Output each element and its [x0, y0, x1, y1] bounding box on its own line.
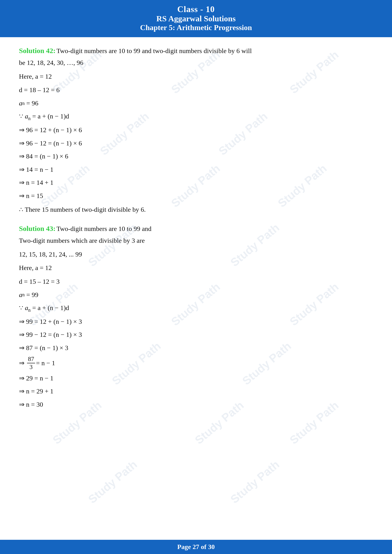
sol43-step2: ⇒ 99 − 12 = (n − 1) × 3: [19, 329, 373, 340]
sol42-an-a: a: [19, 97, 22, 109]
sol42-line3: d = 18 – 12 = 6: [19, 84, 373, 96]
sol42-step4: ⇒ 14 = n − 1: [19, 164, 373, 175]
sol42-line2: Here, a = 12: [19, 71, 373, 82]
header-book: RS Aggarwal Solutions: [5, 14, 387, 23]
sol42-because-line: ∵ an = a + (n − 1)d: [19, 111, 373, 122]
sol42-step3: ⇒ 84 = (n − 1) × 6: [19, 151, 373, 162]
sol43-step5: ⇒ n = 29 + 1: [19, 386, 373, 397]
sol43-line4: d = 15 – 12 = 3: [19, 276, 373, 287]
sol43-line2: 12, 15, 18, 21, 24, ... 99: [19, 249, 373, 260]
sol42-step1: ⇒ 96 = 12 + (n − 1) × 6: [19, 124, 373, 136]
main-content: Study Path Study Path Study Path Study P…: [0, 37, 392, 540]
sol43-step3: ⇒ 87 = (n − 1) × 3: [19, 342, 373, 354]
sol42-step6: ⇒ n = 15: [19, 190, 373, 201]
sol43-an-a: a: [19, 289, 22, 301]
watermark-20: Study Path: [228, 458, 282, 506]
sol43-because-sym: ∵ an = a + (n − 1)d: [19, 302, 69, 314]
page-header: Class - 10 RS Aggarwal Solutions Chapter…: [0, 0, 392, 37]
sol43-frac-num: 87: [27, 355, 35, 363]
sol42-because-sym: ∵ an = a + (n − 1)d: [19, 111, 69, 122]
solution-42-intro: Two-digit numbers are 10 to 99 and two-d…: [56, 47, 252, 55]
solution-42-label: Solution 42:: [19, 47, 56, 55]
header-chapter: Chapter 5: Arithmetic Progression: [5, 23, 387, 32]
solution-43-block: Solution 43: Two-digit numbers are 10 to…: [19, 225, 373, 410]
sol43-implies-frac: ⇒: [19, 357, 26, 369]
header-class: Class - 10: [5, 4, 387, 14]
sol42-step2: ⇒ 96 − 12 = (n − 1) × 6: [19, 138, 373, 149]
sol43-fraction: 87 3: [27, 355, 35, 370]
sol43-because-line: ∵ an = a + (n − 1)d: [19, 302, 373, 314]
sol42-an-val: = 96: [25, 97, 38, 109]
sol43-step1: ⇒ 99 = 12 + (n − 1) × 3: [19, 316, 373, 327]
sol42-line1: be 12, 18, 24, 30, …, 96: [19, 57, 373, 69]
sol43-step4: ⇒ 29 = n − 1: [19, 373, 373, 384]
sol43-step6: ⇒ n = 30: [19, 399, 373, 410]
solution-43-intro: Two-digit numbers are 10 to 99 and: [56, 225, 151, 232]
sol43-line3: Here, a = 12: [19, 262, 373, 274]
sol42-step5: ⇒ n = 14 + 1: [19, 177, 373, 188]
sol43-line1: Two-digit numbers which are divisible by…: [19, 235, 373, 246]
sol43-frac-line: ⇒ 87 3 = n − 1: [19, 355, 373, 370]
sol43-frac-den: 3: [29, 363, 34, 371]
sol43-an-sub: n: [22, 291, 25, 299]
solution-42-intro-line: Solution 42: Two-digit numbers are 10 to…: [19, 47, 373, 55]
sol42-an-line: an = 96: [19, 97, 373, 109]
watermark-19: Study Path: [86, 458, 140, 506]
sol42-conclusion: ∴ There 15 numbers of two-digit divisibl…: [19, 204, 373, 215]
sol43-an-val: = 99: [25, 289, 38, 301]
solution-42-block: Solution 42: Two-digit numbers are 10 to…: [19, 47, 373, 215]
sol43-frac-suffix: = n − 1: [36, 357, 55, 369]
sol42-an-sub: n: [22, 99, 25, 107]
sol43-an-line: an = 99: [19, 289, 373, 301]
page-footer: Page 27 of 30: [0, 540, 392, 554]
solution-43-intro-line: Solution 43: Two-digit numbers are 10 to…: [19, 225, 373, 233]
page: Class - 10 RS Aggarwal Solutions Chapter…: [0, 0, 392, 554]
page-number: Page 27 of 30: [177, 543, 215, 550]
solution-43-label: Solution 43:: [19, 225, 56, 232]
